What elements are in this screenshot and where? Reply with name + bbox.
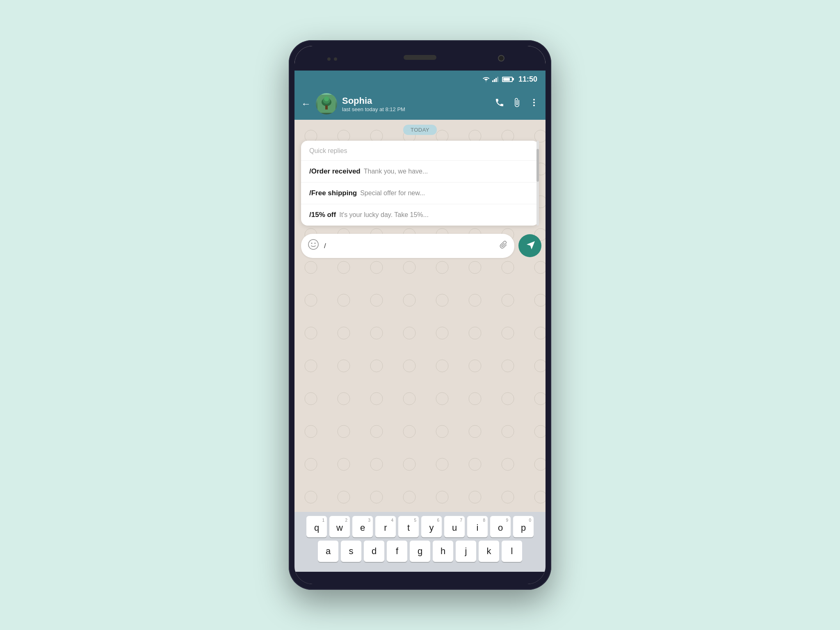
- key-letter: q: [314, 523, 319, 533]
- svg-point-10: [533, 102, 535, 103]
- emoji-button[interactable]: [308, 239, 319, 253]
- key-k[interactable]: k: [479, 541, 499, 562]
- quick-replies-panel: Quick replies /Order received Thank you,…: [301, 141, 539, 226]
- key-number: 2: [345, 518, 347, 523]
- key-number: 1: [322, 518, 324, 523]
- key-letter: s: [349, 546, 354, 557]
- key-u[interactable]: 7 u: [444, 516, 465, 537]
- svg-point-12: [308, 240, 318, 249]
- key-l[interactable]: l: [502, 541, 522, 562]
- key-r[interactable]: 4 r: [375, 516, 396, 537]
- key-f[interactable]: f: [387, 541, 407, 562]
- key-number: 9: [506, 518, 508, 523]
- sensor-dot: [327, 57, 331, 61]
- key-number: 8: [483, 518, 485, 523]
- phone-device: 11:50 ← Sophia last seen today at 8:: [289, 40, 551, 590]
- key-letter: a: [326, 546, 331, 557]
- key-letter: l: [511, 546, 513, 557]
- quick-replies-title: Quick replies: [301, 147, 539, 160]
- key-g[interactable]: g: [410, 541, 430, 562]
- speaker: [404, 55, 436, 60]
- reply-shortcut-2: /15% off: [309, 211, 336, 219]
- key-e[interactable]: 3 e: [352, 516, 373, 537]
- today-badge: TODAY: [403, 125, 437, 135]
- reply-item-2[interactable]: /15% off It's your lucky day. Take 15%..…: [301, 204, 539, 226]
- contact-info: Sophia last seen today at 8:12 PM: [342, 96, 490, 112]
- message-input-area: /: [301, 234, 514, 258]
- status-bar: 11:50: [294, 71, 546, 88]
- chat-area: TODAY Quick replies /Order received Than…: [294, 120, 546, 512]
- key-letter: e: [360, 523, 365, 533]
- attach-button[interactable]: [499, 240, 508, 251]
- key-letter: g: [418, 546, 422, 557]
- reply-preview-1: Special offer for new...: [360, 189, 425, 197]
- key-j[interactable]: j: [456, 541, 476, 562]
- sensor-dot-2: [334, 57, 337, 61]
- send-icon: [526, 240, 536, 252]
- contact-status: last seen today at 8:12 PM: [342, 106, 490, 112]
- key-p[interactable]: 0 p: [513, 516, 534, 537]
- key-letter: p: [521, 523, 526, 533]
- key-letter: f: [396, 546, 398, 557]
- attach-header-button[interactable]: [512, 98, 522, 110]
- key-number: 5: [414, 518, 416, 523]
- svg-point-14: [315, 243, 316, 244]
- status-time: 11:50: [518, 75, 537, 84]
- key-letter: h: [441, 546, 445, 557]
- keyboard-row-1: 1 q 2 w 3 e 4 r 5 t: [299, 516, 541, 537]
- key-o[interactable]: 9 o: [490, 516, 511, 537]
- reply-preview-2: It's your lucky day. Take 15%...: [339, 211, 429, 219]
- svg-point-13: [311, 243, 313, 244]
- svg-point-11: [533, 105, 535, 106]
- more-button[interactable]: [529, 98, 539, 110]
- svg-point-7: [324, 96, 329, 101]
- key-letter: y: [429, 523, 434, 533]
- key-number: 3: [368, 518, 370, 523]
- wifi-icon: [482, 76, 490, 82]
- top-bezel: [294, 46, 546, 71]
- key-number: 0: [529, 518, 531, 523]
- keyboard-row-2: a s d f g h j: [299, 541, 541, 562]
- svg-rect-0: [492, 80, 493, 82]
- key-t[interactable]: 5 t: [398, 516, 419, 537]
- key-y[interactable]: 6 y: [421, 516, 442, 537]
- key-a[interactable]: a: [318, 541, 338, 562]
- send-button[interactable]: [518, 234, 541, 257]
- reply-item-1[interactable]: /Free shipping Special offer for new...: [301, 182, 539, 204]
- key-letter: u: [452, 523, 457, 533]
- key-i[interactable]: 8 i: [467, 516, 488, 537]
- status-icons: [482, 76, 513, 82]
- chat-content: TODAY Quick replies /Order received Than…: [294, 120, 546, 512]
- avatar: [316, 93, 337, 114]
- call-button[interactable]: [495, 98, 504, 110]
- key-number: 6: [437, 518, 439, 523]
- svg-rect-3: [497, 77, 498, 82]
- key-number: 7: [460, 518, 462, 523]
- signal-icon: [492, 76, 500, 82]
- svg-point-9: [533, 99, 535, 100]
- key-letter: d: [372, 546, 377, 557]
- keyboard: 1 q 2 w 3 e 4 r 5 t: [294, 512, 546, 572]
- key-letter: k: [487, 546, 491, 557]
- key-w[interactable]: 2 w: [329, 516, 350, 537]
- key-q[interactable]: 1 q: [306, 516, 327, 537]
- back-button[interactable]: ←: [301, 98, 311, 110]
- svg-rect-1: [494, 79, 495, 82]
- key-h[interactable]: h: [433, 541, 453, 562]
- bottom-bezel: [294, 572, 546, 584]
- key-letter: r: [384, 523, 387, 533]
- quick-replies-panel-wrapper: Quick replies /Order received Thank you,…: [301, 141, 539, 226]
- key-s[interactable]: s: [341, 541, 361, 562]
- reply-item-0[interactable]: /Order received Thank you, we have...: [301, 160, 539, 182]
- contact-name: Sophia: [342, 96, 490, 106]
- reply-shortcut-0: /Order received: [309, 167, 361, 176]
- key-d[interactable]: d: [364, 541, 384, 562]
- key-letter: o: [498, 523, 503, 533]
- header-icons: [495, 98, 539, 110]
- chat-header: ← Sophia last seen today at 8:12 PM: [294, 88, 546, 120]
- key-number: 4: [391, 518, 393, 523]
- scroll-thumb: [536, 149, 539, 182]
- message-text-input[interactable]: /: [324, 242, 494, 250]
- key-letter: i: [477, 523, 479, 533]
- key-letter: w: [336, 523, 343, 533]
